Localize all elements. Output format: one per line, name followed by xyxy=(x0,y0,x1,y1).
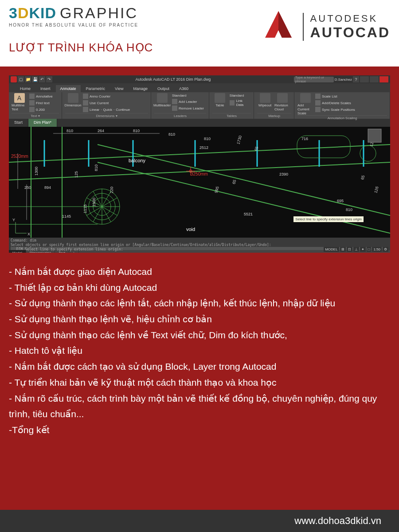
revision-cloud-button[interactable]: Revision Cloud xyxy=(274,93,290,113)
link-data-button[interactable]: Link Data xyxy=(229,98,251,107)
dimension-button[interactable]: Dimension xyxy=(65,93,81,113)
ortho-icon[interactable]: ⊥ xyxy=(353,247,359,252)
svg-line-1 xyxy=(9,162,390,180)
table-style-option[interactable]: Standard xyxy=(229,93,251,98)
svg-text:810: 810 xyxy=(346,207,352,212)
doc-tab[interactable]: Dim Plan* xyxy=(28,119,57,127)
settings-icon[interactable]: ⚙ xyxy=(383,247,388,252)
multiline-text-button[interactable]: AMultiline Text xyxy=(12,93,27,113)
ribbon-tab-manage[interactable]: Manage xyxy=(129,85,152,92)
course-item-list: - Nắm bắt được giao diện Autocad- Thiết … xyxy=(9,264,390,438)
ribbon-tab-a360[interactable]: A360 xyxy=(175,85,193,92)
annotative-option[interactable]: Annotative xyxy=(29,93,53,99)
svg-text:125: 125 xyxy=(74,171,78,178)
table-button[interactable]: Table xyxy=(212,93,227,113)
doc-tab[interactable]: Start xyxy=(9,119,28,127)
dim-layer-option[interactable]: Use Current xyxy=(82,100,130,106)
course-item: - Sử dụng thành thạo các lệnh tắt, cách … xyxy=(9,295,390,311)
add-scale-button[interactable]: Add Current Scale xyxy=(297,93,313,115)
grid-icon[interactable]: ⊞ xyxy=(340,247,346,252)
ribbon-tab-insert[interactable]: Insert xyxy=(36,85,55,92)
sync-scale-button[interactable]: Sync Scale Positions xyxy=(315,106,356,113)
layout-tab[interactable]: Text xyxy=(55,250,69,253)
markup-panel-label[interactable]: Markup xyxy=(257,113,291,118)
drawing-canvas[interactable]: 81026481081081025121730716126652520mm130… xyxy=(9,127,390,238)
ribbon-tab-home[interactable]: Home xyxy=(16,85,35,92)
status-bar: MODEL ⊞ ⊡ ⊥ ✦ □ 1:50 ⚙ xyxy=(324,246,390,253)
tables-panel-label[interactable]: Tables xyxy=(212,113,251,118)
svg-point-31 xyxy=(360,145,376,161)
course-item: - Sử dụng thành thạo các lệnh về Text vi… xyxy=(9,327,390,343)
titlebar: ▢ 📁 💾 ↶ ↷ Autodesk AutoCAD LT 2016 Dim P… xyxy=(9,75,390,83)
scale-status[interactable]: 1:50 xyxy=(372,247,382,252)
svg-text:65: 65 xyxy=(360,175,365,180)
dim-style-option[interactable]: Anno Courier xyxy=(82,93,130,99)
svg-text:balcony: balcony xyxy=(129,158,145,163)
multileader-button[interactable]: Multileader xyxy=(154,93,170,113)
svg-text:65: 65 xyxy=(231,179,237,184)
qat-undo-icon[interactable]: ↶ xyxy=(39,76,45,82)
app-icon[interactable] xyxy=(11,76,17,82)
svg-text:3250mm: 3250mm xyxy=(191,172,208,176)
svg-text:1730: 1730 xyxy=(236,135,243,145)
maximize-button[interactable] xyxy=(370,76,379,82)
linear-button[interactable]: Linear · Quick · Continue xyxy=(82,106,130,113)
svg-text:220: 220 xyxy=(110,187,114,193)
svg-text:1115: 1115 xyxy=(83,204,87,213)
text-panel-label[interactable]: Text ▾ xyxy=(12,113,59,118)
qat-new-icon[interactable]: ▢ xyxy=(18,76,24,82)
text-height-option[interactable]: 0.200 xyxy=(29,106,53,113)
layout-tab[interactable]: + xyxy=(69,250,79,253)
dim-panel-label[interactable]: Dimensions ▾ xyxy=(65,113,148,118)
ribbon-tab-view[interactable]: View xyxy=(110,85,128,92)
qat-save-icon[interactable]: 💾 xyxy=(32,76,38,82)
leaders-panel-label[interactable]: Leaders xyxy=(154,113,206,118)
svg-text:995: 995 xyxy=(214,186,220,193)
svg-text:void: void xyxy=(186,227,195,232)
autocad-label: AUTOCAD xyxy=(310,24,390,41)
ribbon-tab-output[interactable]: Output xyxy=(153,85,174,92)
svg-text:Y: Y xyxy=(12,218,15,222)
logo-3dkid-block: 3DKID GRAPHIC HONOR THE ABSOLUTE VALUE O… xyxy=(9,4,153,55)
course-item: - Nắm bắt được giao diện Autocad xyxy=(9,264,390,280)
scale-list-button[interactable]: Scale List xyxy=(315,93,356,99)
osnap-icon[interactable]: □ xyxy=(367,247,372,252)
page-footer: www.dohoa3dkid.vn xyxy=(0,510,399,532)
scaling-panel-label[interactable]: Annotation Scaling xyxy=(297,115,387,120)
course-item: - Nắm bắt được cách tạo và sử dụng Block… xyxy=(9,359,390,375)
qat-open-icon[interactable]: 📁 xyxy=(25,76,31,82)
svg-text:126: 126 xyxy=(373,186,379,193)
user-label[interactable]: D.Sanchez xyxy=(335,78,352,82)
layout-tab[interactable]: Dimensioning xyxy=(26,250,55,253)
remove-leader-button[interactable]: Remove Leader xyxy=(172,105,204,111)
add-delete-scales-button[interactable]: Add/Delete Scales xyxy=(315,100,356,106)
polar-icon[interactable]: ✦ xyxy=(360,247,366,252)
svg-text:695: 695 xyxy=(337,199,344,203)
snap-icon[interactable]: ⊡ xyxy=(347,247,352,252)
find-text-option[interactable]: Find text xyxy=(29,100,53,106)
svg-text:2390: 2390 xyxy=(279,172,288,176)
layout-tabs: ModelDimensioningText+ MODEL ⊞ ⊡ ⊥ ✦ □ 1… xyxy=(9,250,390,253)
wipeout-button[interactable]: Wipeout xyxy=(257,93,273,113)
logo-autodesk-block: AUTODESK AUTOCAD xyxy=(261,9,390,44)
minimize-button[interactable] xyxy=(360,76,369,82)
content-body: ▢ 📁 💾 ↶ ↷ Autodesk AutoCAD LT 2016 Dim P… xyxy=(0,66,399,532)
search-input[interactable]: Type a keyword or phrase xyxy=(294,77,334,82)
close-button[interactable] xyxy=(379,76,388,82)
logo-tagline: HONOR THE ABSOLUTE VALUE OF PRACTICE xyxy=(9,23,153,27)
autodesk-label: AUTODESK xyxy=(310,13,390,24)
qat-redo-icon[interactable]: ↷ xyxy=(46,76,52,82)
add-leader-button[interactable]: Add Leader xyxy=(172,98,204,105)
svg-text:810: 810 xyxy=(66,129,73,133)
course-item: - Tự triển khai bản vẽ kỹ thuật một cách… xyxy=(9,375,390,391)
ribbon-tab-parametric[interactable]: Parametric xyxy=(82,85,110,92)
ribbon-tab-annotate[interactable]: Annotate xyxy=(56,85,81,92)
leader-style-option[interactable]: Standard xyxy=(172,93,204,98)
model-status[interactable]: MODEL xyxy=(324,247,339,252)
svg-text:810: 810 xyxy=(168,132,175,137)
layout-tab[interactable]: Model xyxy=(9,250,26,253)
command-tooltip: Select line to specify extension lines o… xyxy=(293,216,364,222)
help-icon[interactable]: ? xyxy=(353,76,359,82)
svg-text:810: 810 xyxy=(204,137,211,141)
svg-text:1900: 1900 xyxy=(92,198,96,207)
